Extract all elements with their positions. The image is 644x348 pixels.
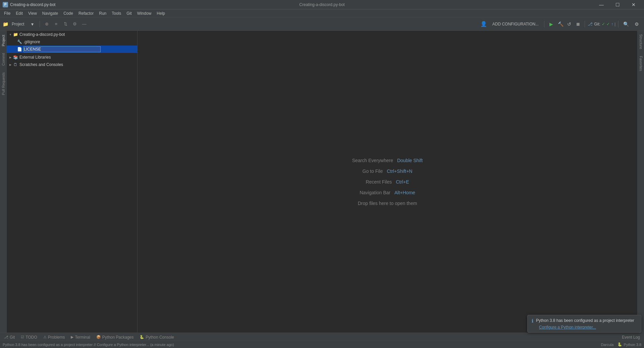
todo-tab-label: TODO xyxy=(25,335,37,340)
gitignore-icon: 🔧 xyxy=(17,39,22,45)
toolbar-sep-3 xyxy=(585,21,585,27)
outer-tab-pull-requests[interactable]: Pull Requests xyxy=(0,69,7,98)
license-spacer xyxy=(12,47,17,52)
bottom-tab-terminal[interactable]: ▶ Terminal xyxy=(68,333,93,341)
project-label: Project xyxy=(10,22,26,26)
profile-btn[interactable]: 👤 xyxy=(479,19,488,29)
goto-file-key: Ctrl+Shift+N xyxy=(387,168,412,174)
menu-tools[interactable]: Tools xyxy=(109,9,124,17)
event-log-tab[interactable]: Event Log xyxy=(619,333,643,341)
stop-btn[interactable]: ⏹ xyxy=(574,20,582,28)
shortcut-search-everywhere: Search Everywhere Double Shift xyxy=(352,158,423,163)
navigation-bar-label: Navigation Bar xyxy=(360,190,390,195)
goto-file-label: Go to File xyxy=(363,168,383,174)
toolbar: 📁 Project ▾ ⊕ ≡ ⇅ ⚙ — 👤 ADD CONFIGURATIO… xyxy=(0,17,644,31)
file-tree: 📁 Creating-a-discord.py-bot 🔧 .gitignore… xyxy=(7,31,137,333)
shortcut-goto-file: Go to File Ctrl+Shift+N xyxy=(363,168,413,174)
close-panel-btn[interactable]: — xyxy=(80,20,88,28)
root-folder-icon: 📁 xyxy=(13,32,18,37)
search-toolbar-btn[interactable]: 🔍 xyxy=(621,19,631,29)
git-tab-label: Git xyxy=(10,335,15,340)
project-panel: 📁 Creating-a-discord.py-bot 🔧 .gitignore… xyxy=(7,31,138,333)
status-left: Python 3.8 has been configured as a proj… xyxy=(3,343,174,347)
status-darcula[interactable]: Darcula xyxy=(601,343,614,347)
project-folder-icon: 📁 xyxy=(3,21,8,27)
tree-license[interactable]: 📄 xyxy=(7,46,137,53)
toolbar-sep-4 xyxy=(618,21,619,27)
tree-scratches[interactable]: 🗒 Scratches and Consoles xyxy=(7,61,137,68)
menu-code[interactable]: Code xyxy=(61,9,76,17)
outer-left-panel: Project Commit Pull Requests xyxy=(0,31,7,333)
menu-window[interactable]: Window xyxy=(135,9,154,17)
git-separator: | xyxy=(614,22,615,26)
menu-file[interactable]: File xyxy=(1,9,13,17)
locate-btn[interactable]: ⊕ xyxy=(43,20,51,28)
search-everywhere-label: Search Everywhere xyxy=(352,158,393,163)
bottom-tab-problems[interactable]: ⚠ Problems xyxy=(41,333,68,341)
menu-git[interactable]: Git xyxy=(124,9,134,17)
minimize-button[interactable]: — xyxy=(594,0,609,9)
outer-tab-project[interactable]: Project xyxy=(0,31,7,50)
ext-lib-icon: 📚 xyxy=(13,55,18,60)
outer-tab-commit[interactable]: Commit xyxy=(0,50,7,69)
notification-content: ℹ Python 3.8 has been configured as a pr… xyxy=(532,318,637,324)
bottom-tab-python-console[interactable]: 🐍 Python Console xyxy=(137,333,177,341)
bottom-tab-todo[interactable]: ☑ TODO xyxy=(18,333,40,341)
settings-toolbar-btn[interactable]: ⚙ xyxy=(632,19,641,29)
status-bar: Python 3.8 has been configured as a proj… xyxy=(0,341,644,348)
maximize-button[interactable]: ☐ xyxy=(610,0,625,9)
scratches-arrow xyxy=(8,62,13,67)
build-btn[interactable]: 🔨 xyxy=(556,20,565,28)
root-arrow-icon xyxy=(8,32,13,37)
license-file-icon: 📄 xyxy=(17,47,22,52)
root-folder-label: Creating-a-discord.py-bot xyxy=(19,32,137,37)
tree-root-folder[interactable]: 📁 Creating-a-discord.py-bot xyxy=(7,31,137,38)
bottom-tab-python-packages[interactable]: 📦 Python Packages xyxy=(94,333,136,341)
menu-navigate[interactable]: Navigate xyxy=(40,9,61,17)
run-area: 🔨 ↺ ⏹ xyxy=(556,20,582,28)
close-button[interactable]: ✕ xyxy=(626,0,641,9)
git-status: ⎇ Git: ✓ ✓ ↑ | xyxy=(588,21,615,26)
tree-gitignore[interactable]: 🔧 .gitignore xyxy=(7,38,137,46)
configure-interpreter-link[interactable]: Configure a Python interpreter... xyxy=(539,325,637,330)
title-bar-left: P Creating-a-discord.py-bot xyxy=(3,2,55,7)
git-tab-icon: ⎇ xyxy=(4,335,8,339)
add-configuration-button[interactable]: ADD CONFIGURATION... xyxy=(490,20,541,28)
sort-btn[interactable]: ⇅ xyxy=(61,20,69,28)
toolbar-left: 📁 Project ▾ ⊕ ≡ ⇅ ⚙ — xyxy=(3,19,88,29)
menu-help[interactable]: Help xyxy=(154,9,168,17)
menu-run[interactable]: Run xyxy=(96,9,109,17)
status-python-version[interactable]: 🐍 Python 3.8 xyxy=(618,342,641,347)
tree-external-libraries[interactable]: 📚 External Libraries xyxy=(7,54,137,61)
git-check-1: ✓ xyxy=(602,22,605,26)
bottom-tab-git[interactable]: ⎇ Git xyxy=(1,333,17,341)
rerun-btn[interactable]: ↺ xyxy=(565,20,573,28)
menu-refactor[interactable]: Refactor xyxy=(76,9,96,17)
toolbar-sep-2 xyxy=(544,21,544,27)
event-log-label: Event Log xyxy=(622,335,640,340)
python-console-icon: 🐍 xyxy=(140,335,144,339)
title-bar-file: Creating-a-discord.py-bot xyxy=(299,2,344,7)
git-label: Git: xyxy=(594,22,600,26)
bottom-tabs-bar: ⎇ Git ☑ TODO ⚠ Problems ▶ Terminal 📦 Pyt… xyxy=(0,333,644,341)
title-bar: P Creating-a-discord.py-bot Creating-a-d… xyxy=(0,0,644,9)
outer-tab-structure[interactable]: Structure xyxy=(638,31,644,53)
run-button[interactable]: ▶ xyxy=(547,20,555,28)
drop-files-label: Drop files here to open them xyxy=(358,201,417,206)
main-content: Project Commit Pull Requests 📁 Creating-… xyxy=(0,31,644,333)
status-notification-text: Python 3.8 has been configured as a proj… xyxy=(3,343,174,347)
scratches-icon: 🗒 xyxy=(13,62,18,67)
search-everywhere-key: Double Shift xyxy=(397,158,423,163)
collapse-all-btn[interactable]: ≡ xyxy=(52,20,60,28)
outer-tab-favorites[interactable]: Favorites xyxy=(638,53,644,74)
gitignore-label: .gitignore xyxy=(23,40,137,44)
project-dropdown-btn[interactable]: ▾ xyxy=(28,19,37,29)
terminal-tab-icon: ▶ xyxy=(71,335,73,339)
editor-area: Search Everywhere Double Shift Go to Fil… xyxy=(138,31,637,333)
menu-view[interactable]: View xyxy=(25,9,40,17)
notification-icon: ℹ xyxy=(532,318,533,324)
scratches-label: Scratches and Consoles xyxy=(19,62,137,67)
menu-edit[interactable]: Edit xyxy=(13,9,25,17)
rename-input[interactable] xyxy=(23,46,101,52)
settings-btn[interactable]: ⚙ xyxy=(71,20,79,28)
